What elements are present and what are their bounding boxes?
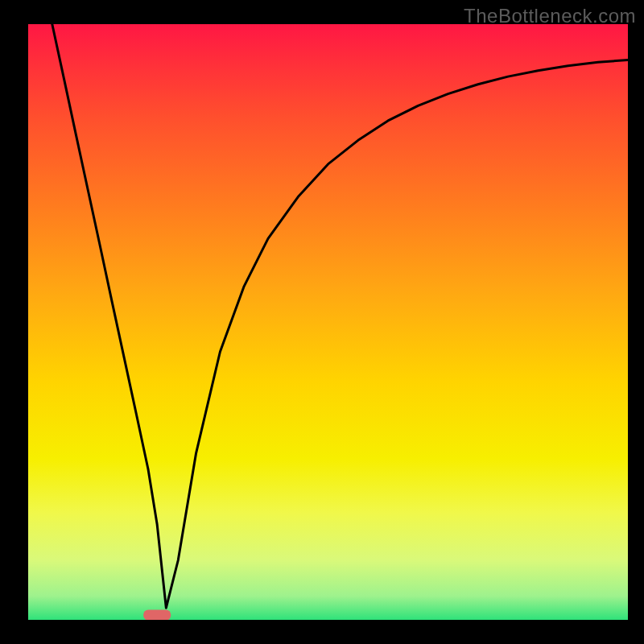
plot-background-gradient [28, 24, 628, 620]
watermark-text: TheBottleneck.com [464, 5, 636, 27]
optimum-marker [143, 610, 171, 621]
chart-container: TheBottleneck.com [0, 0, 644, 644]
bottleneck-chart [0, 0, 644, 644]
